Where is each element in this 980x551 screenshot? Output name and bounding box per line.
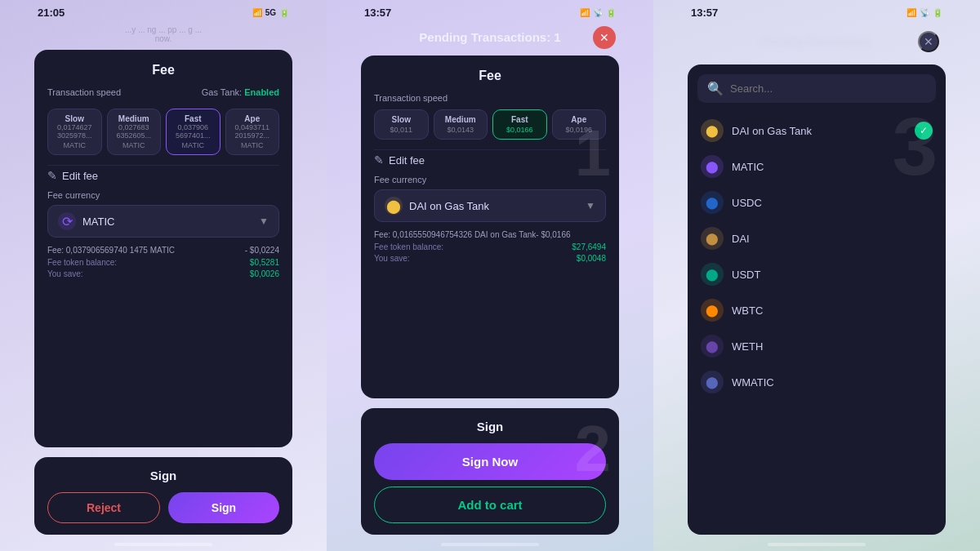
edit-fee-text-1: Edit fee (62, 170, 98, 182)
battery-icon-2: 🔋 (606, 8, 616, 17)
blurred-header-text: Pending Transactions (762, 35, 872, 48)
edit-fee-text-2: Edit fee (389, 154, 425, 167)
reject-button[interactable]: Reject (47, 492, 160, 523)
home-indicator-3 (768, 543, 866, 546)
you-save-row-2: You save: $0,0048 (374, 254, 606, 263)
fee-info-1: Fee: 0,037906569740 1475 MATIC - $0,0224 (47, 246, 279, 255)
speed-ape-1[interactable]: Ape 0,0493711 2015972... MATIC (225, 109, 280, 155)
currency-list-item[interactable]: ⬤WBTC (697, 292, 936, 328)
currency-list-name: DAI (732, 233, 933, 245)
currency-list-item[interactable]: ⬤WMATIC (697, 364, 936, 400)
currency-list-name: USDC (732, 197, 933, 209)
signal-icon-3: 📶 (906, 8, 916, 17)
speed-ape-2[interactable]: Ape $0,0196 (552, 109, 607, 140)
speed-medium-1[interactable]: Medium 0,027683 6352605... MATIC (107, 109, 162, 155)
currency-icon-1: ⟳ (58, 212, 76, 230)
sign-title-1: Sign (47, 469, 279, 482)
currency-name-1: MATIC (82, 216, 252, 228)
battery-icon-1: 🔋 (279, 8, 289, 17)
currency-list-name: WBTC (732, 304, 933, 317)
home-indicator-2 (441, 543, 539, 546)
wifi-icon-2: 📡 (593, 8, 603, 17)
gas-tank-value-1: Enabled (244, 87, 279, 97)
gas-tank-label-1: Gas Tank: Enabled (202, 87, 279, 97)
speed-buttons-1: Slow 0,0174627 3025978... MATIC Medium 0… (47, 109, 279, 155)
add-to-cart-button[interactable]: Add to cart (374, 487, 606, 523)
currency-select-2[interactable]: ⬤ DAI on Gas Tank ▼ (374, 189, 606, 222)
currency-list-panel: 3 🔍 ⬤DAI on Gas Tank✓⬤MATIC⬤USDC⬤DAI⬤USD… (688, 64, 946, 535)
phone-frame-1: 21:05 📶 5G 🔋 ...y ... ng ... pp ... g ..… (24, 0, 302, 551)
panel-left: 21:05 📶 5G 🔋 ...y ... ng ... pp ... g ..… (0, 0, 327, 551)
sign-now-button[interactable]: Sign Now (374, 443, 606, 480)
edit-fee-row-2[interactable]: ✎ Edit fee (374, 149, 606, 167)
search-input[interactable] (730, 82, 926, 95)
fee-currency-label-1: Fee currency (47, 190, 279, 200)
wifi-icon-3: 📡 (920, 8, 929, 17)
currency-list-name: WMATIC (732, 376, 933, 389)
currency-list-item[interactable]: ⬤DAI on Gas Tank✓ (697, 113, 936, 149)
edit-icon-2: ✎ (374, 153, 384, 167)
status-time-1: 21:05 (38, 7, 65, 19)
currency-select-1[interactable]: ⟳ MATIC ▼ (47, 205, 279, 238)
edit-icon-1: ✎ (47, 169, 57, 182)
currency-list-name: WETH (732, 340, 933, 353)
sign-card-1: Sign Reject Sign (34, 457, 292, 535)
fee-card-1: Fee Transaction speed Gas Tank: Enabled … (34, 50, 292, 447)
status-icons-3: 📶 📡 🔋 (906, 8, 942, 17)
tx-speed-label-1: Transaction speed (47, 87, 121, 97)
currency-list-icon: ⬤ (701, 227, 724, 250)
fee-title-2: Fee (374, 69, 606, 83)
currency-list-icon: ⬤ (701, 299, 724, 322)
currency-list-item[interactable]: ⬤DAI (697, 220, 936, 256)
fee-info-2: Fee: 0,0165550946754326 DAI on Gas Tank-… (374, 230, 606, 239)
close-button-2[interactable]: ✕ (593, 26, 616, 49)
phone-frame-3: 13:57 📶 📡 🔋 Pending Transactions ✕ 3 🔍 (678, 0, 956, 551)
currency-selected-check: ✓ (915, 122, 933, 140)
currency-list-icon: ⬤ (701, 119, 724, 142)
edit-fee-row-1[interactable]: ✎ Edit fee (47, 165, 279, 182)
status-bar-1: 21:05 📶 5G 🔋 (24, 0, 302, 22)
fee-balance-row-1: Fee token balance: $0,5281 (47, 258, 279, 267)
currency-icon-2: ⬤ (385, 197, 403, 215)
status-time-3: 13:57 (691, 7, 718, 19)
currency-list-item[interactable]: ⬤USDC (697, 184, 936, 220)
speed-fast-1[interactable]: Fast 0,037906 5697401... MATIC (166, 109, 220, 155)
status-bar-3: 13:57 📶 📡 🔋 (678, 0, 956, 22)
panel3-header: Pending Transactions ✕ (678, 22, 956, 61)
speed-medium-2[interactable]: Medium $0,0143 (434, 109, 488, 140)
signal-icon-1: 📶 (252, 8, 262, 17)
pending-header-2: Pending Transactions: 1 ✕ (351, 22, 629, 52)
sign-button[interactable]: Sign (168, 492, 279, 523)
currency-list-name: DAI on Gas Tank (732, 125, 906, 137)
you-save-row-1: You save: $0,0026 (47, 269, 279, 278)
speed-buttons-2: Slow $0,011 Medium $0,0143 Fast $0,0166 … (374, 109, 606, 140)
currency-list-item[interactable]: ⬤USDT (697, 256, 936, 292)
currency-list-icon: ⬤ (701, 155, 724, 178)
sign-card-2: Sign Sign Now Add to cart 2 (361, 408, 619, 535)
close-button-3[interactable]: ✕ (918, 31, 939, 52)
speed-slow-2[interactable]: Slow $0,011 (374, 109, 429, 140)
currency-list-item[interactable]: ⬤WETH (697, 328, 936, 364)
currency-list: ⬤DAI on Gas Tank✓⬤MATIC⬤USDC⬤DAI⬤USDT⬤WB… (697, 113, 936, 400)
battery-icon-3: 🔋 (933, 8, 942, 17)
sign-btn-row-1: Reject Sign (47, 492, 279, 523)
search-icon: 🔍 (707, 81, 724, 96)
tx-speed-label-2: Transaction speed (374, 93, 606, 103)
speed-header-1: Transaction speed Gas Tank: Enabled (47, 87, 279, 104)
signal-icon-2: 📶 (580, 8, 590, 17)
chevron-down-icon-1: ▼ (259, 216, 269, 227)
status-bar-2: 13:57 📶 📡 🔋 (351, 0, 629, 22)
speed-slow-1[interactable]: Slow 0,0174627 3025978... MATIC (47, 109, 102, 155)
scroll-hint: ...y ... ng ... pp ... g ...now. (24, 22, 302, 47)
currency-list-icon: ⬤ (701, 191, 724, 214)
panel-middle: 13:57 📶 📡 🔋 Pending Transactions: 1 ✕ Fe… (327, 0, 653, 551)
currency-list-item[interactable]: ⬤MATIC (697, 149, 936, 184)
chevron-down-icon-2: ▼ (586, 200, 595, 211)
sign-title-2: Sign (374, 420, 606, 433)
status-icons-1: 📶 5G 🔋 (252, 8, 289, 17)
pending-title-2: Pending Transactions: 1 (419, 30, 560, 44)
speed-fast-2[interactable]: Fast $0,0166 (492, 109, 547, 140)
currency-list-icon: ⬤ (701, 371, 724, 393)
search-wrap: 🔍 (697, 74, 936, 103)
fee-card-2: Fee Transaction speed Slow $0,011 Medium… (361, 56, 619, 398)
